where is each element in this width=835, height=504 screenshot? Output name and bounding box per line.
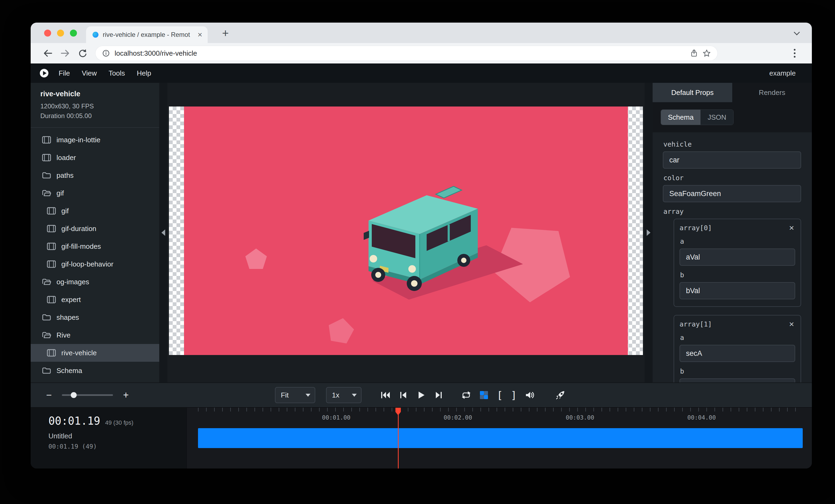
- sidebar-item-gif-folder[interactable]: gif: [30, 184, 159, 202]
- zoom-slider[interactable]: [62, 394, 113, 396]
- tab-title: rive-vehicle / example - Remot: [103, 31, 193, 39]
- fit-select[interactable]: Fit: [275, 387, 315, 403]
- sidebar-item-label: gif: [57, 189, 64, 197]
- set-out-point-button[interactable]: ]: [508, 389, 519, 401]
- url-text[interactable]: localhost:3000/rive-vehicle: [115, 49, 686, 58]
- sidebar-item-paths[interactable]: paths: [30, 167, 159, 184]
- sidebar-item-gif-fill-modes[interactable]: gif-fill-modes: [30, 237, 159, 255]
- back-button[interactable]: [40, 46, 56, 61]
- zoom-in-button[interactable]: +: [120, 387, 132, 403]
- timeline-track-bar[interactable]: [198, 428, 803, 448]
- previous-frame-icon: [399, 391, 408, 399]
- new-tab-button[interactable]: +: [218, 26, 233, 41]
- loop-icon: [461, 391, 472, 399]
- app-logo-icon[interactable]: [40, 69, 48, 78]
- timeline-track-area[interactable]: 00:01.00 00:02.00 00:03.00 00:04.00: [187, 408, 812, 468]
- playhead-line: [398, 411, 399, 468]
- sidebar-item-label: paths: [57, 171, 74, 180]
- bookmark-star-icon[interactable]: [702, 49, 711, 57]
- collapse-right-icon[interactable]: [647, 229, 650, 236]
- prop-input-array0-a[interactable]: [679, 249, 795, 266]
- film-icon: [42, 136, 51, 144]
- mute-button[interactable]: [523, 387, 537, 403]
- browser-window: rive-vehicle / example - Remot × +: [30, 23, 812, 468]
- tab-default-props[interactable]: Default Props: [653, 83, 732, 102]
- sidebar-item-label: gif-loop-behavior: [61, 260, 114, 268]
- menu-file[interactable]: File: [53, 69, 76, 78]
- browser-tab[interactable]: rive-vehicle / example - Remot ×: [86, 26, 208, 43]
- sidebar-item-rive-vehicle[interactable]: rive-vehicle: [30, 344, 159, 362]
- remove-array-item-icon[interactable]: ×: [788, 224, 795, 232]
- traffic-lights: [44, 29, 77, 37]
- props-tabs: Default Props Renders: [653, 83, 812, 102]
- set-in-point-button[interactable]: [: [494, 389, 505, 401]
- sidebar-collapse-gutter[interactable]: [159, 83, 167, 382]
- prop-label-vehicle: vehicle: [664, 140, 801, 148]
- timeline-ruler[interactable]: 00:01.00 00:02.00 00:03.00 00:04.00: [198, 408, 803, 425]
- pentagon-shape: [245, 249, 267, 269]
- collapse-left-icon[interactable]: [161, 229, 165, 236]
- menu-view[interactable]: View: [76, 69, 103, 78]
- screen: rive-vehicle / example - Remot × +: [0, 0, 835, 504]
- transparency-toggle-button[interactable]: [477, 387, 491, 403]
- menu-help[interactable]: Help: [131, 69, 157, 78]
- sidebar-item-expert[interactable]: expert: [30, 291, 159, 309]
- prop-label-array: array: [664, 208, 801, 215]
- prop-label-a: a: [680, 237, 795, 245]
- browser-menu-button[interactable]: [787, 46, 802, 61]
- sidebar-item-shapes[interactable]: shapes: [30, 309, 159, 326]
- mode-json-button[interactable]: JSON: [700, 110, 733, 125]
- tab-close-icon[interactable]: ×: [198, 31, 202, 39]
- sidebar-item-label: shapes: [57, 313, 79, 322]
- play-button[interactable]: [414, 387, 428, 403]
- share-icon[interactable]: [690, 49, 698, 57]
- playback-rate-select[interactable]: 1x: [326, 387, 362, 403]
- folder-open-icon: [42, 331, 51, 339]
- mode-schema-button[interactable]: Schema: [661, 110, 700, 125]
- zoom-window-button[interactable]: [70, 29, 77, 37]
- previous-frame-button[interactable]: [396, 387, 410, 403]
- minimize-window-button[interactable]: [57, 29, 64, 37]
- compositions-sidebar: rive-vehicle 1200x630, 30 FPS Duration 0…: [30, 83, 159, 382]
- sidebar-item-label: gif-duration: [61, 225, 96, 233]
- url-bar[interactable]: localhost:3000/rive-vehicle: [95, 46, 718, 61]
- close-window-button[interactable]: [44, 29, 51, 37]
- remove-array-item-icon[interactable]: ×: [788, 320, 795, 329]
- prop-input-color[interactable]: [663, 185, 801, 202]
- next-frame-button[interactable]: [431, 387, 446, 403]
- menu-tools[interactable]: Tools: [103, 69, 131, 78]
- forward-button[interactable]: [58, 46, 73, 61]
- props-mode-row: Schema JSON: [653, 102, 812, 132]
- ruler-label: 00:01.00: [322, 414, 350, 421]
- render-button[interactable]: [553, 387, 568, 403]
- main-area: rive-vehicle 1200x630, 30 FPS Duration 0…: [30, 83, 812, 382]
- prop-input-array0-b[interactable]: [679, 282, 795, 299]
- reload-button[interactable]: [75, 46, 90, 61]
- tab-search-chevron-icon[interactable]: [794, 29, 800, 36]
- prop-input-array1-a[interactable]: [679, 345, 795, 362]
- sidebar-item-og-images[interactable]: og-images: [30, 273, 159, 291]
- prop-input-vehicle[interactable]: [663, 151, 801, 169]
- loop-toggle-button[interactable]: [459, 387, 473, 403]
- sidebar-item-rive-folder[interactable]: Rive: [30, 326, 159, 344]
- sidebar-item-gif-duration[interactable]: gif-duration: [30, 220, 159, 237]
- props-collapse-gutter[interactable]: [645, 83, 653, 382]
- browser-addressbar: localhost:3000/rive-vehicle: [30, 43, 812, 63]
- schema-json-toggle: Schema JSON: [661, 109, 734, 125]
- tab-renders[interactable]: Renders: [732, 83, 812, 102]
- jump-to-start-button[interactable]: [378, 387, 393, 403]
- composition-info: rive-vehicle 1200x630, 30 FPS Duration 0…: [30, 83, 159, 128]
- prop-input-array1-b[interactable]: [679, 378, 795, 382]
- folder-icon: [42, 366, 51, 375]
- transport-controls: Fit 1x: [275, 387, 568, 403]
- sidebar-item-schema[interactable]: Schema: [30, 362, 159, 379]
- zoom-slider-knob[interactable]: [71, 392, 77, 398]
- zoom-out-button[interactable]: −: [43, 387, 55, 403]
- sidebar-item-image-in-lottie[interactable]: image-in-lottie: [30, 131, 159, 149]
- sidebar-item-gif[interactable]: gif: [30, 202, 159, 220]
- browser-tabstrip: rive-vehicle / example - Remot × +: [30, 23, 812, 43]
- forward-icon: [60, 49, 70, 58]
- site-info-icon[interactable]: [102, 49, 110, 57]
- sidebar-item-gif-loop-behavior[interactable]: gif-loop-behavior: [30, 255, 159, 273]
- sidebar-item-loader[interactable]: loader: [30, 149, 159, 167]
